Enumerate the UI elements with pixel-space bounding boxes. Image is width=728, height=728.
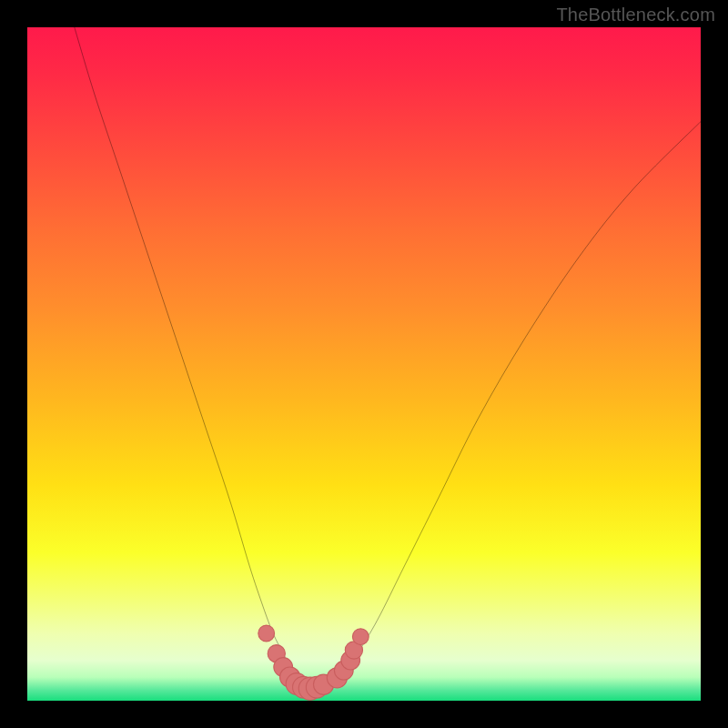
curve-markers bbox=[258, 625, 369, 700]
plot-area bbox=[27, 27, 701, 701]
curve-marker bbox=[352, 629, 369, 645]
watermark-text: TheBottleneck.com bbox=[556, 5, 715, 25]
bottleneck-curve bbox=[75, 27, 701, 688]
curve-marker bbox=[258, 625, 275, 642]
curve-layer bbox=[27, 27, 701, 701]
chart-frame: TheBottleneck.com bbox=[0, 0, 728, 728]
